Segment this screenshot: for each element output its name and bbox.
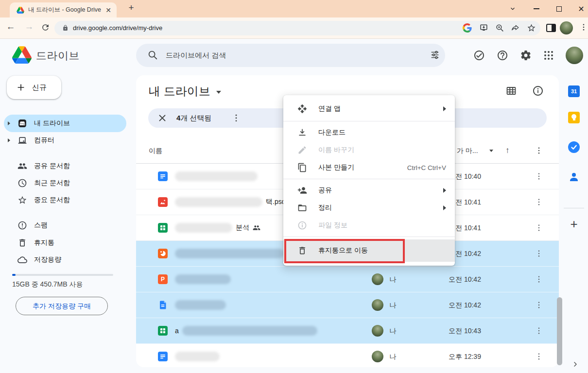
window-minimize-button[interactable] xyxy=(529,0,544,17)
sort-ascending-arrow-icon[interactable]: ↑ xyxy=(505,137,510,164)
google-g-icon[interactable] xyxy=(463,23,472,33)
help-icon[interactable] xyxy=(497,50,508,61)
expand-caret-icon[interactable] xyxy=(8,138,10,142)
submenu-arrow-icon xyxy=(443,205,446,210)
title-dropdown-caret-icon[interactable] xyxy=(216,91,221,94)
details-info-icon[interactable] xyxy=(532,85,544,97)
owner-avatar xyxy=(372,273,383,285)
google-tasks-icon[interactable] xyxy=(568,141,580,153)
new-tab-button[interactable]: + xyxy=(125,2,137,15)
row-more-actions-icon[interactable] xyxy=(535,275,543,284)
my-drive-icon xyxy=(17,119,27,128)
plus-icon xyxy=(16,82,26,93)
sidebar-item-starred[interactable]: 중요 문서함 xyxy=(4,191,126,209)
row-more-actions-icon[interactable] xyxy=(535,326,543,335)
modified-time: 오전 10:43 xyxy=(449,327,481,336)
settings-gear-icon[interactable] xyxy=(520,50,532,61)
buy-storage-button[interactable]: 추가 저장용량 구매 xyxy=(16,297,108,315)
account-avatar[interactable] xyxy=(566,47,583,64)
tab-search-chevron-icon[interactable] xyxy=(505,0,520,17)
tab-close-icon[interactable]: ✕ xyxy=(104,6,113,14)
file-row[interactable]: 나 오후 12:39 xyxy=(136,344,559,367)
install-app-icon[interactable] xyxy=(479,23,488,33)
drive-favicon xyxy=(17,7,24,14)
offline-status-icon[interactable] xyxy=(473,50,485,61)
get-add-ons-plus-icon[interactable]: + xyxy=(568,217,580,232)
browser-profile-avatar[interactable] xyxy=(560,21,573,34)
menu-item-organize[interactable]: 정리 xyxy=(283,199,455,217)
back-button[interactable]: ← xyxy=(4,21,17,32)
menu-item-move-to-trash[interactable]: 휴지통으로 이동 xyxy=(283,239,455,262)
sidebar-item-spam[interactable]: 스팸 xyxy=(4,217,126,234)
sidebar-item-recent[interactable]: 최근 문서함 xyxy=(4,174,126,192)
owner-avatar xyxy=(372,299,383,311)
menu-item-rename[interactable]: 이름 바꾸기 xyxy=(283,141,455,159)
organize-folder-icon xyxy=(297,203,307,213)
sidebar-item-storage[interactable]: 저장용량 xyxy=(4,251,126,269)
sidebar-item-trash[interactable]: 휴지통 xyxy=(4,234,126,252)
sidebar-item-shared-with-me[interactable]: 공유 문서함 xyxy=(4,157,126,175)
modified-time: 오전 10:42 xyxy=(449,275,481,284)
new-button[interactable]: 신규 xyxy=(7,76,61,99)
search-options-tune-icon[interactable] xyxy=(430,50,440,60)
zoom-page-icon[interactable] xyxy=(495,23,504,33)
file-row-selected[interactable]: a 나 오전 10:43 xyxy=(136,318,559,344)
modified-time: 오후 12:39 xyxy=(449,353,481,361)
image-file-icon xyxy=(158,197,168,207)
file-row-selected[interactable]: 나 오전 10:42 xyxy=(136,292,559,318)
sidebar-item-computers[interactable]: 컴퓨터 xyxy=(4,132,126,149)
file-row-selected[interactable]: P 나 오전 10:42 xyxy=(136,267,559,292)
column-header-name[interactable]: 이름 xyxy=(149,137,162,164)
menu-item-make-copy[interactable]: 사본 만들기 Ctrl+C Ctrl+V xyxy=(283,159,455,176)
file-info-icon xyxy=(297,220,307,230)
row-more-actions-icon[interactable] xyxy=(535,249,543,258)
row-more-actions-icon[interactable] xyxy=(535,301,543,309)
side-panel-toggle-icon[interactable] xyxy=(546,24,556,32)
google-contacts-icon[interactable] xyxy=(568,171,580,183)
clear-selection-icon[interactable] xyxy=(157,113,168,123)
copy-icon xyxy=(297,163,307,172)
page-title[interactable]: 내 드라이브 xyxy=(149,84,221,99)
menu-divider xyxy=(283,237,455,237)
panel-divider xyxy=(564,208,584,208)
selection-count-text: 4개 선택됨 xyxy=(176,114,212,123)
google-calendar-icon[interactable]: 31 xyxy=(568,85,580,97)
browser-tab[interactable]: 내 드라이브 - Google Drive ✕ xyxy=(10,2,117,17)
row-more-actions-icon[interactable] xyxy=(535,352,543,361)
google-apps-grid-icon[interactable] xyxy=(543,50,554,61)
menu-item-open-with[interactable]: 연결 앱 xyxy=(283,99,455,119)
google-keep-icon[interactable] xyxy=(568,112,580,123)
grid-view-toggle-icon[interactable] xyxy=(505,85,517,97)
scrollbar-thumb[interactable] xyxy=(557,297,562,365)
redacted-file-name xyxy=(182,326,317,336)
share-page-icon[interactable] xyxy=(511,23,520,33)
google-drive-logo[interactable] xyxy=(12,46,32,64)
owner-avatar xyxy=(372,351,383,362)
window-maximize-button[interactable] xyxy=(552,0,566,17)
owner-name: 나 xyxy=(389,301,396,310)
window-close-button[interactable]: ✕ xyxy=(574,0,588,17)
selection-more-actions-icon[interactable] xyxy=(231,113,241,123)
sidebar-item-my-drive[interactable]: 내 드라이브 xyxy=(4,115,126,132)
search-icon[interactable] xyxy=(147,50,158,60)
browser-menu-kebab-icon[interactable] xyxy=(579,23,588,32)
row-more-actions-icon[interactable] xyxy=(535,198,543,206)
column-header-modified[interactable]: 가 마... xyxy=(457,137,478,164)
menu-item-share[interactable]: 공유 xyxy=(283,182,455,199)
column-dropdown-caret-icon[interactable] xyxy=(489,150,493,152)
search-input-text[interactable]: 드라이브에서 검색 xyxy=(166,51,226,60)
bookmark-star-icon[interactable] xyxy=(527,23,536,33)
expand-side-panel-chevron-icon[interactable] xyxy=(571,360,579,368)
menu-item-download[interactable]: 다운로드 xyxy=(283,124,455,141)
download-icon xyxy=(297,128,307,137)
tab-title: 내 드라이브 - Google Drive xyxy=(28,6,104,14)
menu-item-file-info[interactable]: 파일 정보 xyxy=(283,217,455,234)
expand-caret-icon[interactable] xyxy=(8,121,10,125)
row-more-actions-icon[interactable] xyxy=(535,172,543,181)
url-text: drive.google.com/drive/my-drive xyxy=(73,24,162,32)
refresh-button[interactable] xyxy=(41,23,50,32)
forward-button[interactable]: → xyxy=(22,21,36,32)
redacted-file-name xyxy=(175,274,231,284)
row-more-actions-icon[interactable] xyxy=(535,223,543,232)
column-options-kebab-icon[interactable] xyxy=(535,146,543,155)
